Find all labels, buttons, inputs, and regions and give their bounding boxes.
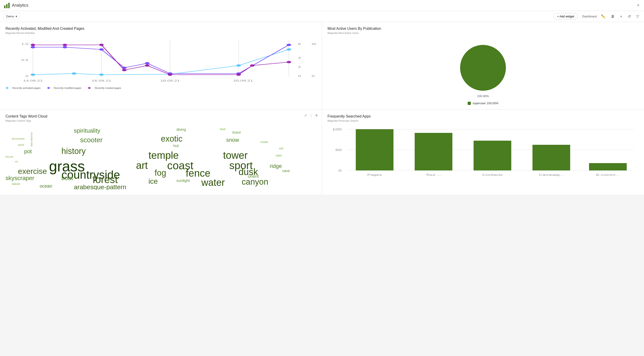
svg-text:6: 6 <box>298 42 301 46</box>
svg-point-33 <box>99 44 104 46</box>
svg-point-31 <box>31 44 35 46</box>
svg-rect-1 <box>6 4 8 8</box>
legend-modified-line <box>47 86 52 89</box>
word-fog: fog <box>154 168 166 178</box>
svg-text:20.09.21: 20.09.21 <box>233 79 253 82</box>
pie-legend-label: superuser 100.00% <box>473 102 498 105</box>
svg-point-24 <box>62 46 67 48</box>
word-pot: pot <box>24 148 32 155</box>
word-hut: hut <box>173 144 179 148</box>
legend-created: Recently created pages <box>88 86 121 89</box>
word-canyon: canyon <box>242 177 268 187</box>
word-sunlight: sunlight <box>176 178 190 183</box>
widget-actions-wordcloud: ⤢ ⋮ ✛ <box>304 114 318 118</box>
move-icon[interactable]: ✛ <box>315 114 318 118</box>
svg-rect-0 <box>4 6 6 8</box>
add-widget-button[interactable]: + Add widget <box>554 13 578 20</box>
dashboard: Recently Activated, Modified And Created… <box>0 22 644 194</box>
svg-point-34 <box>122 69 127 71</box>
svg-point-47 <box>48 87 50 89</box>
pie-legend-color <box>468 102 471 105</box>
svg-text:2: 2 <box>298 66 301 68</box>
widget-subtitle-activities: Magnolia Recent Activities <box>6 32 316 34</box>
edit-icon[interactable]: ✏️ <box>600 13 607 20</box>
delete-icon[interactable]: 🗑 <box>610 14 616 20</box>
word-scooter: scooter <box>80 136 102 144</box>
bar-chart-svg: 100 50 0 Pages Tour ... Contacts Campai <box>328 126 638 181</box>
pie-percent: 100.00% <box>477 94 489 98</box>
toolbar: Demo ▾ + Add widget Dashboard ✏️ 🗑 + ↺ ▽ <box>0 11 644 22</box>
svg-text:0.5: 0.5 <box>21 59 28 62</box>
svg-point-22 <box>286 48 291 51</box>
word-boat: boat <box>62 174 73 182</box>
svg-text:Campaig...: Campaig... <box>539 174 564 176</box>
svg-rect-61 <box>474 141 512 170</box>
word-diving: diving <box>176 128 186 132</box>
word-food: food <box>220 128 225 131</box>
widget-title-search: Frequently Searched Apps <box>328 114 638 118</box>
legend-activated-line <box>6 86 11 89</box>
svg-text:14.09.21: 14.09.21 <box>23 79 42 82</box>
legend-modified: Recently modified pages <box>47 86 81 89</box>
pie-chart-svg <box>458 42 508 93</box>
svg-point-49 <box>88 87 90 89</box>
pie-chart-container: 100.00% superuser 100.00% <box>328 38 638 105</box>
svg-text:50: 50 <box>312 42 316 46</box>
widget-subtitle-search: Magnolia Periscope Search <box>328 119 638 122</box>
widget-title-users: Most Active Users By Publication <box>328 26 638 31</box>
svg-point-50 <box>460 45 506 91</box>
more-icon[interactable]: ⋮ <box>310 114 313 118</box>
word-nature: nature <box>12 182 20 186</box>
svg-point-25 <box>99 48 104 51</box>
svg-point-23 <box>31 46 35 48</box>
svg-point-21 <box>236 64 241 67</box>
pie-legend: superuser 100.00% <box>468 102 498 105</box>
word-crowd: crowd <box>260 140 268 144</box>
svg-point-17 <box>31 74 35 76</box>
dashboard-label: Dashboard <box>582 15 597 18</box>
word-all-inclusive: all-inclusive <box>12 137 25 140</box>
svg-point-32 <box>62 44 67 46</box>
svg-point-39 <box>286 61 291 63</box>
widget-title-wordcloud: Content Tags Word Cloud <box>6 114 316 118</box>
word-skyscraper: skyscraper <box>6 174 34 182</box>
filter-icon[interactable]: ▽ <box>635 13 640 20</box>
svg-text:16.09.21: 16.09.21 <box>92 79 111 82</box>
svg-text:18.09.21: 18.09.21 <box>160 79 180 82</box>
svg-rect-57 <box>356 129 394 170</box>
word-trail: trail <box>167 155 171 158</box>
word-cloud-display: mountain-bike spirituality diving food l… <box>6 126 316 190</box>
word-ocean: ocean <box>40 184 52 189</box>
svg-text:1.0: 1.0 <box>21 42 28 46</box>
widget-subtitle-users: Magnolia Most Active Users <box>328 32 638 34</box>
app-title: Analytics <box>12 3 28 8</box>
svg-point-37 <box>236 74 241 76</box>
word-lizard: lizard <box>232 130 241 134</box>
svg-point-36 <box>168 74 172 76</box>
add-icon[interactable]: + <box>619 14 624 20</box>
line-chart-area: 1.0 0.5 0 6 4 2 0 50 0 <box>6 38 316 84</box>
legend-created-label: Recently created pages <box>94 86 121 89</box>
close-button[interactable]: × <box>636 2 640 9</box>
bar-chart-container: 100 50 0 Pages Tour ... Contacts Campai <box>328 126 638 181</box>
svg-text:4: 4 <box>298 56 301 59</box>
svg-point-19 <box>99 74 104 76</box>
svg-rect-2 <box>8 3 10 8</box>
demo-select[interactable]: Demo ▾ <box>4 13 20 20</box>
svg-point-45 <box>6 87 8 89</box>
svg-text:100: 100 <box>332 128 342 131</box>
word-spa: spa <box>15 160 18 163</box>
svg-point-18 <box>72 72 76 75</box>
widget-frequently-searched: Frequently Searched Apps Magnolia Perisc… <box>322 110 644 194</box>
undo-icon[interactable]: ↺ <box>626 13 632 20</box>
svg-rect-63 <box>532 145 570 170</box>
svg-rect-59 <box>415 133 452 170</box>
svg-text:0: 0 <box>26 75 28 78</box>
widget-title-activities: Recently Activated, Modified And Created… <box>6 26 316 31</box>
word-cave: cave <box>282 169 290 173</box>
widget-word-cloud: Content Tags Word Cloud Magnolia Content… <box>0 110 322 194</box>
legend-created-line <box>88 86 93 89</box>
svg-point-27 <box>145 62 150 64</box>
widget-most-active-users: Most Active Users By Publication Magnoli… <box>322 22 644 110</box>
expand-icon[interactable]: ⤢ <box>304 114 307 118</box>
